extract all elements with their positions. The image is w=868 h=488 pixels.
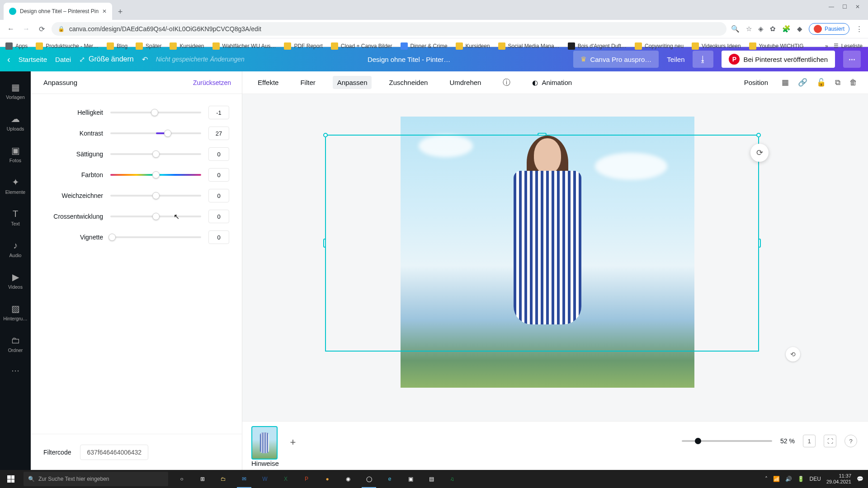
rail-text[interactable]: TText — [0, 202, 31, 232]
ctx-adjust[interactable]: Anpassen — [333, 76, 372, 89]
rotate-handle[interactable]: ⟲ — [786, 347, 800, 361]
taskbar-search[interactable]: 🔍 Zur Suche Text hier eingeben — [24, 472, 168, 486]
slider-value[interactable]: 0 — [208, 230, 229, 244]
rail-audio[interactable]: ♪Audio — [0, 234, 31, 264]
bookmark-item[interactable]: Social Media Mana… — [498, 42, 560, 50]
try-pro-button[interactable]: ♛Canva Pro auspro… — [573, 51, 659, 68]
bookmark-item[interactable]: Dinner & Crime — [401, 42, 448, 50]
star-icon[interactable]: ☆ — [746, 25, 752, 33]
help-icon[interactable]: ? — [844, 435, 857, 447]
resize-handle[interactable] — [323, 133, 328, 137]
slider-thumb[interactable] — [151, 109, 158, 116]
rail-photos[interactable]: ▣Fotos — [0, 139, 31, 169]
bookmark-item[interactable]: Wahlfächer WU Aus… — [212, 42, 276, 50]
tb-explorer[interactable]: 🗀 — [213, 470, 233, 488]
home-link[interactable]: Startseite — [19, 56, 47, 63]
new-tab-button[interactable]: + — [114, 5, 127, 18]
tb-app2[interactable]: ▣ — [401, 470, 420, 488]
filtercode-value[interactable]: 637f646464006432 — [80, 445, 148, 460]
tb-obs[interactable]: ◉ — [338, 470, 358, 488]
close-window-icon[interactable]: ✕ — [855, 4, 860, 10]
selection-frame[interactable] — [325, 135, 759, 352]
tray-clock[interactable]: 11:37 29.04.2021 — [826, 473, 851, 485]
document-title[interactable]: Design ohne Titel - Pinter… — [368, 56, 450, 63]
rail-videos[interactable]: ▶Videos — [0, 266, 31, 296]
rail-elements[interactable]: ✦Elemente — [0, 171, 31, 201]
profile-paused-pill[interactable]: Pausiert — [809, 23, 849, 35]
reset-button[interactable]: Zurücksetzen — [193, 79, 231, 86]
rail-more[interactable]: ⋯ — [0, 361, 31, 380]
slider-track[interactable] — [110, 233, 201, 242]
file-menu[interactable]: Datei — [55, 56, 71, 63]
tb-cortana[interactable]: ○ — [172, 470, 192, 488]
link-icon[interactable]: 🔗 — [798, 78, 807, 87]
notes-button[interactable]: Hinweise — [251, 460, 279, 467]
pinterest-publish-button[interactable]: PBei Pinterest veröffentlichen — [722, 51, 835, 68]
kebab-icon[interactable]: ⋮ — [856, 25, 863, 33]
zoom-percent[interactable]: 52 % — [780, 437, 795, 445]
zoom-slider[interactable] — [682, 440, 772, 442]
slider-track[interactable] — [110, 170, 201, 179]
tray-volume-icon[interactable]: 🔊 — [785, 476, 792, 482]
browser-tab[interactable]: Design ohne Titel – Pinterest Pin ✕ — [4, 3, 112, 20]
slider-track[interactable] — [110, 212, 201, 221]
reload-icon[interactable]: ⟳ — [36, 25, 47, 33]
slider-thumb[interactable] — [164, 130, 171, 137]
canvas-stage[interactable]: ⟳ ⟲ — [242, 94, 868, 421]
resize-handle[interactable] — [323, 239, 326, 248]
position-button[interactable]: Position — [740, 76, 773, 89]
tb-taskview[interactable]: ⊞ — [193, 470, 212, 488]
rail-templates[interactable]: ▦Vorlagen — [0, 76, 31, 106]
lock-icon[interactable]: 🔓 — [816, 78, 826, 87]
tray-battery-icon[interactable]: 🔋 — [797, 476, 804, 482]
bookmark-item[interactable]: Videokurs Ideen — [692, 42, 741, 50]
bookmark-item[interactable]: PDF Report — [284, 42, 322, 50]
undo-icon[interactable]: ↶ — [142, 55, 148, 64]
add-page-button[interactable]: + — [284, 433, 302, 451]
tray-wifi-icon[interactable]: 📶 — [773, 476, 780, 482]
start-button[interactable] — [0, 470, 22, 488]
bookmark-item[interactable]: Später — [136, 42, 161, 50]
trash-icon[interactable]: 🗑 — [849, 78, 857, 87]
ctx-flip[interactable]: Umdrehen — [445, 76, 486, 89]
fullscreen-icon[interactable]: ⛶ — [824, 435, 836, 447]
tb-word[interactable]: W — [255, 470, 275, 488]
bookmark-item[interactable]: Blog — [107, 42, 127, 50]
rail-folder[interactable]: 🗀Ordner — [0, 329, 31, 359]
minimize-icon[interactable]: — — [829, 4, 834, 10]
slider-thumb[interactable] — [152, 171, 160, 178]
bookmark-item[interactable]: Copywriting neu — [635, 42, 684, 50]
transparency-icon[interactable]: ▦ — [782, 78, 789, 87]
more-button[interactable]: ⋯ — [843, 51, 861, 68]
slider-thumb[interactable] — [152, 192, 160, 199]
slider-value[interactable]: -1 — [208, 106, 229, 119]
zoom-icon[interactable]: 🔍 — [731, 25, 740, 33]
slider-value[interactable]: 27 — [208, 127, 229, 140]
nav-back-icon[interactable]: ‹ — [7, 54, 10, 65]
rail-uploads[interactable]: ☁Uploads — [0, 108, 31, 137]
bookmark-item[interactable]: Kursideen — [170, 42, 204, 50]
slider-value[interactable]: 0 — [208, 168, 229, 182]
page-count-badge[interactable]: 1 — [803, 435, 816, 447]
tb-powerpoint[interactable]: P — [297, 470, 316, 488]
tb-spotify[interactable]: ♫ — [442, 470, 462, 488]
slider-track[interactable] — [110, 129, 201, 138]
slider-thumb[interactable] — [152, 213, 160, 220]
slider-track[interactable] — [110, 150, 201, 159]
apps-shortcut[interactable]: Apps — [5, 42, 28, 50]
url-field[interactable]: 🔒 canva.com/design/DAEdCa69Qs4/-oIKL0OiG… — [52, 22, 726, 36]
rail-background[interactable]: ▨Hintergru… — [0, 297, 31, 327]
readlist-button[interactable]: ☰Leseliste — [834, 43, 863, 49]
bookmarks-overflow-icon[interactable]: » — [825, 43, 828, 49]
slider-track[interactable] — [110, 191, 201, 200]
bookmark-item[interactable]: Produktsuche - Mer… — [36, 42, 99, 50]
puzzle-icon[interactable]: 🧩 — [782, 25, 791, 33]
duplicate-icon[interactable]: ⧉ — [835, 78, 840, 87]
tb-excel[interactable]: X — [276, 470, 296, 488]
resize-handle[interactable] — [538, 133, 547, 136]
ext3-icon[interactable]: ◆ — [797, 25, 802, 33]
ext2-icon[interactable]: ✿ — [770, 25, 776, 33]
back-icon[interactable]: ← — [5, 25, 16, 33]
resize-handle[interactable] — [756, 133, 761, 137]
bookmark-item[interactable]: Youtube WICHTIG — [749, 42, 804, 50]
